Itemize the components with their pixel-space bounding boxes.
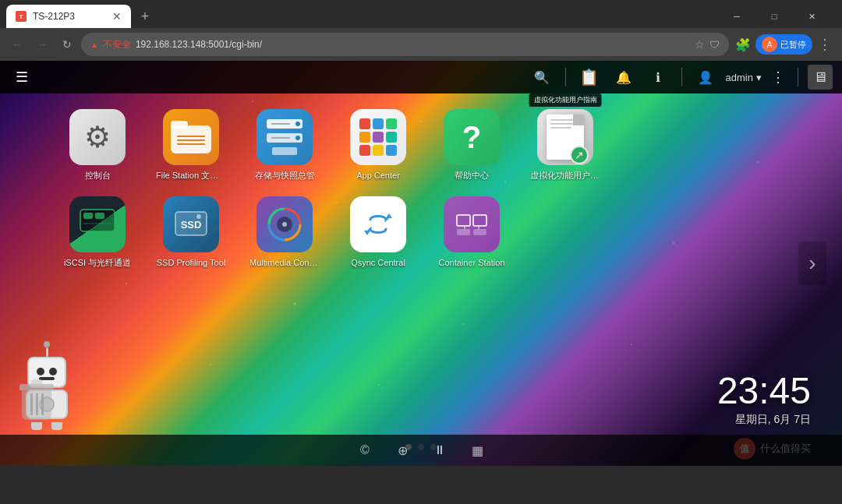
ac-cell-6: [386, 132, 397, 143]
more-menu-button[interactable]: ⋮: [768, 69, 788, 86]
nav-right-controls: 🧩 A 已暂停 ⋮: [732, 33, 836, 55]
svg-point-15: [196, 214, 201, 219]
window-controls: ─ □ ✕: [719, 5, 836, 28]
svg-point-11: [94, 234, 102, 241]
back-button[interactable]: ←: [6, 33, 28, 55]
taskbar-icon-3[interactable]: ⏸: [429, 439, 451, 461]
notification-icon[interactable]: 🔔: [610, 63, 638, 91]
multimedia-icon: [256, 196, 313, 252]
app-container[interactable]: Container Station: [437, 196, 507, 268]
folder-line-1: [177, 136, 205, 137]
trash-line-1: [30, 393, 33, 415]
tab-title: TS-212P3: [33, 11, 106, 22]
svg-rect-24: [457, 229, 470, 235]
app-multimedia[interactable]: Multimedia Console: [249, 196, 320, 268]
svg-point-1: [295, 122, 300, 126]
search-icon[interactable]: 🔍: [528, 63, 556, 91]
profile-button[interactable]: A 已暂停: [755, 34, 812, 55]
close-button[interactable]: ✕: [794, 5, 830, 28]
container-svg: [451, 203, 493, 245]
taskbar-icon-1[interactable]: ©: [354, 439, 376, 461]
app-app-center[interactable]: App Center: [343, 109, 413, 181]
app-file-station[interactable]: File Station 文件总管: [156, 109, 226, 181]
doc-line-3: [550, 127, 571, 129]
icon-row-2: iSCSI 与光纤通道 SSD SSD Profiling Tool: [0, 196, 842, 268]
qsync-svg: [358, 204, 398, 245]
ac-cell-9: [386, 145, 397, 156]
reload-button[interactable]: ↻: [56, 33, 78, 55]
trash-icon[interactable]: [17, 379, 56, 423]
tab-bar: T TS-212P3 ✕ + ─ □ ✕: [0, 0, 842, 28]
virt-popup-label: 虚拟化功能用户指南: [529, 93, 602, 107]
bookmark-icon[interactable]: ☆: [695, 38, 705, 51]
app-iscsi[interactable]: iSCSI 与光纤通道: [62, 196, 133, 268]
svg-point-18: [282, 222, 287, 227]
file-station-icon: [163, 109, 219, 165]
app-center-label: App Center: [356, 170, 400, 181]
virt-icon: 虚拟化功能用户指南 ↗: [537, 109, 593, 165]
robot-antenna-tip: [44, 341, 50, 347]
active-tab[interactable]: T TS-212P3 ✕: [6, 5, 131, 28]
ac-cell-2: [373, 118, 384, 129]
profile-avatar: A: [762, 37, 777, 52]
kongtai-label: 控制台: [85, 170, 111, 181]
app-help[interactable]: ? 帮助中心: [437, 109, 507, 181]
user-icon[interactable]: 👤: [692, 63, 720, 91]
ssd-icon: SSD: [163, 196, 219, 252]
forward-button[interactable]: →: [31, 33, 53, 55]
nav-bar: ← → ↻ ▲ 不安全 192.168.123.148:5001/cgi-bin…: [0, 28, 842, 61]
tab-favicon: T: [16, 11, 27, 22]
topbar-divider-2: [681, 68, 682, 86]
taskbar-icon-4[interactable]: ▦: [466, 439, 488, 461]
address-bar[interactable]: ▲ 不安全 192.168.123.148:5001/cgi-bin/ ☆ 🛡: [81, 33, 729, 56]
folder-line-3: [177, 143, 205, 145]
iscsi-label: iSCSI 与光纤通道: [64, 257, 131, 268]
app-center-grid: [359, 118, 397, 156]
folder-line-2: [177, 139, 205, 141]
container-label: Container Station: [439, 257, 505, 268]
clock-time-display: 23:45: [717, 372, 811, 410]
trash-shape: [17, 379, 56, 420]
robot-right-eye: [49, 368, 57, 375]
svg-text:SSD: SSD: [181, 219, 202, 231]
folder-shape: [171, 121, 211, 153]
multimedia-svg: [264, 204, 305, 245]
security-warning-icon: ▲: [90, 41, 98, 49]
desktop-icons: ⚙ 控制台: [0, 101, 842, 435]
storage-disks: [265, 118, 304, 156]
svg-rect-9: [95, 213, 104, 219]
robot-feet: [16, 422, 78, 430]
doc-check-badge: ↗: [570, 146, 589, 164]
disk-3: [271, 146, 299, 156]
trash-lid: [19, 384, 54, 390]
extensions-button[interactable]: 🧩: [732, 33, 754, 55]
new-tab-button[interactable]: +: [134, 5, 156, 27]
backup-icon[interactable]: 📋: [575, 63, 603, 91]
address-text: 192.168.123.148:5001/cgi-bin/: [136, 39, 690, 50]
info-icon[interactable]: ℹ: [644, 63, 672, 91]
svg-rect-23: [473, 215, 486, 226]
user-menu[interactable]: admin ▾: [726, 72, 762, 83]
iscsi-svg: [76, 203, 119, 245]
next-page-arrow[interactable]: ›: [798, 241, 826, 285]
tab-close-button[interactable]: ✕: [112, 11, 122, 22]
app-storage[interactable]: 存储与快照总管: [249, 109, 320, 181]
shield-icon: 🛡: [709, 39, 720, 51]
taskbar-icon-2[interactable]: ⊕: [391, 439, 413, 461]
doc-corner: [573, 115, 584, 125]
app-ssd[interactable]: SSD SSD Profiling Tool: [156, 196, 226, 268]
minimize-button[interactable]: ─: [719, 5, 755, 28]
robot-left-foot: [31, 422, 42, 430]
app-qsync[interactable]: Qsync Central: [343, 196, 413, 268]
hd-monitor-button[interactable]: 🖥: [808, 65, 833, 90]
profile-label: 已暂停: [780, 39, 806, 51]
icon-row-1: ⚙ 控制台: [0, 109, 842, 181]
hamburger-menu-button[interactable]: ☰: [9, 65, 34, 89]
maximize-button[interactable]: □: [756, 5, 792, 28]
app-virt[interactable]: 虚拟化功能用户指南 ↗ 虚拟化功能用户指南: [530, 109, 600, 181]
app-kongtai[interactable]: ⚙ 控制台: [62, 109, 133, 181]
ssd-svg: SSD: [169, 203, 213, 246]
menu-button[interactable]: ⋮: [814, 33, 836, 55]
ac-cell-4: [359, 132, 370, 143]
username-label: admin: [726, 72, 753, 83]
